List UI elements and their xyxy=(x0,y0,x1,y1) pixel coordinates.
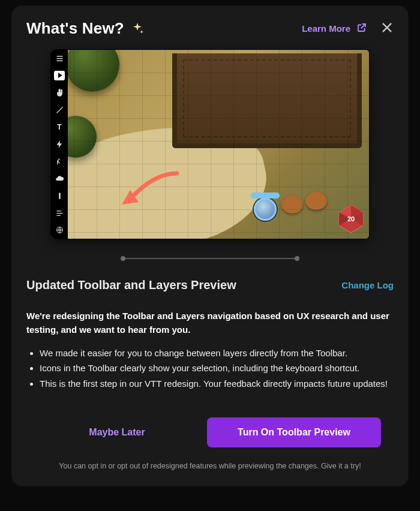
svg-rect-5 xyxy=(59,193,61,199)
character-token xyxy=(254,198,277,221)
changelog-link[interactable]: Change Log xyxy=(341,280,394,290)
modal-title: What's New? xyxy=(26,19,124,38)
d20-value: 20 xyxy=(338,204,364,234)
footnote: You can opt in or opt out of redesigned … xyxy=(26,462,394,470)
maybe-later-button[interactable]: Maybe Later xyxy=(39,417,195,447)
lightning-icon[interactable] xyxy=(54,139,65,149)
carousel-slider[interactable] xyxy=(123,258,297,259)
list-item: We made it easier for you to change betw… xyxy=(40,345,394,361)
feature-list: We made it easier for you to change betw… xyxy=(26,345,394,392)
ruler-icon[interactable] xyxy=(54,191,65,201)
learn-more-label: Learn More xyxy=(302,23,350,34)
annotation-arrow-icon xyxy=(111,167,183,218)
turn-on-preview-button[interactable]: Turn On Toolbar Preview xyxy=(207,417,381,447)
layers-icon[interactable] xyxy=(54,53,65,64)
globe-icon[interactable] xyxy=(54,225,65,235)
hand-icon[interactable] xyxy=(54,88,65,98)
list-item: Icons in the Toolbar clearly show your s… xyxy=(40,360,394,376)
learn-more-link[interactable]: Learn More xyxy=(302,22,367,35)
note-icon[interactable] xyxy=(54,208,65,218)
d20-icon: 20 xyxy=(338,204,364,234)
branch-icon[interactable] xyxy=(54,157,65,167)
preview-image: 20 T xyxy=(51,50,369,239)
close-button[interactable] xyxy=(380,21,394,37)
play-icon[interactable] xyxy=(54,71,65,81)
list-item: This is the first step in our VTT redesi… xyxy=(40,376,394,392)
preview-toolbar: T xyxy=(51,50,68,239)
sparkle-icon xyxy=(130,22,145,36)
brush-icon[interactable] xyxy=(54,105,65,115)
text-icon[interactable]: T xyxy=(54,122,65,133)
section-title: Updated Toolbar and Layers Preview xyxy=(26,278,236,292)
whats-new-modal: What's New? Learn More xyxy=(12,6,408,486)
external-link-icon xyxy=(356,22,367,35)
intro-text: We're redesigning the Toolbar and Layers… xyxy=(26,309,394,337)
modal-header: What's New? Learn More xyxy=(26,19,394,38)
cloud-icon[interactable] xyxy=(54,173,65,184)
